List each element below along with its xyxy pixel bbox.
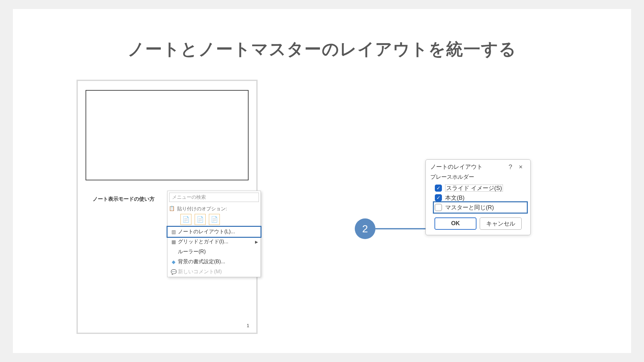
menu-item-format-bg-label: 背景の書式設定(B)... [178, 258, 258, 265]
checkbox-body[interactable]: ✓ [435, 194, 442, 201]
dialog-options: ✓ スライド イメージ(S) ✓ 本文(B) マスターと同じ(R) [426, 182, 530, 214]
ok-button[interactable]: OK [434, 217, 476, 230]
menu-item-new-comment-label: 新しいコメント(M) [178, 268, 258, 275]
dialog-titlebar: ノートのレイアウト ? × [426, 160, 530, 172]
checkbox-master-label: マスターと同じ(R) [445, 204, 494, 211]
paste-icon: 📋 [168, 206, 176, 211]
checkbox-row-master[interactable]: マスターと同じ(R) [435, 203, 526, 212]
menu-item-format-bg[interactable]: ◆ 背景の書式設定(B)... [168, 257, 261, 267]
checkbox-row-body[interactable]: ✓ 本文(B) [435, 193, 526, 203]
page-number: 1 [247, 323, 249, 328]
step-badge-2-label: 2 [362, 223, 368, 235]
slide-thumbnail [86, 90, 249, 180]
menu-item-note-layout[interactable]: ▥ ノートのレイアウト(L)... [168, 227, 261, 237]
checkbox-slide-image[interactable]: ✓ [435, 185, 442, 192]
menu-paste-header: 📋 貼り付けのオプション: [168, 204, 261, 213]
dialog-button-row: OK キャンセル [426, 214, 530, 235]
help-icon[interactable]: ? [505, 163, 516, 171]
menu-item-new-comment: 💬 新しいコメント(M) [168, 267, 261, 277]
menu-item-note-layout-label: ノートのレイアウト(L)... [178, 228, 258, 235]
note-layout-dialog: ノートのレイアウト ? × プレースホルダー ✓ スライド イメージ(S) ✓ … [425, 159, 531, 235]
paste-option-1[interactable]: 📄 [180, 214, 191, 225]
format-bg-icon: ◆ [169, 259, 178, 265]
menu-item-ruler[interactable]: ルーラー(R) [168, 247, 261, 257]
paste-option-2[interactable]: 📄 [195, 214, 206, 225]
close-icon[interactable]: × [516, 163, 526, 171]
checkbox-row-slide-image[interactable]: ✓ スライド イメージ(S) [435, 183, 526, 193]
slide-canvas: ノートとノートマスターのレイアウトを統一する 1 ノート表示モードの使い方 1 … [13, 9, 631, 353]
chevron-right-icon: ▶ [255, 240, 258, 244]
paste-options-row: 📄 📄 📄 [168, 213, 261, 227]
menu-item-ruler-label: ルーラー(R) [178, 248, 258, 255]
menu-item-grid-guide[interactable]: ▦ グリッドとガイド(I)... ▶ [168, 237, 261, 247]
comment-icon: 💬 [169, 269, 178, 275]
page-title: ノートとノートマスターのレイアウトを統一する [13, 38, 631, 61]
context-menu: メニューの検索 📋 貼り付けのオプション: 📄 📄 📄 ▥ ノートのレイアウト(… [167, 191, 261, 277]
checkbox-master[interactable] [435, 204, 442, 211]
menu-paste-label: 貼り付けのオプション: [176, 205, 230, 213]
dialog-section-label: プレースホルダー [426, 172, 530, 182]
checkbox-body-label: 本文(B) [445, 194, 465, 202]
dialog-title: ノートのレイアウト [430, 163, 505, 171]
menu-search-input[interactable]: メニューの検索 [169, 193, 259, 202]
note-layout-icon: ▥ [169, 229, 178, 235]
cancel-button[interactable]: キャンセル [480, 217, 522, 230]
checkbox-slide-image-label: スライド イメージ(S) [445, 184, 503, 192]
step-badge-2: 2 [355, 218, 375, 239]
grid-icon: ▦ [169, 239, 178, 245]
paste-option-3[interactable]: 📄 [209, 214, 220, 225]
menu-item-grid-guide-label: グリッドとガイド(I)... [178, 238, 255, 245]
connector-2 [375, 228, 433, 229]
